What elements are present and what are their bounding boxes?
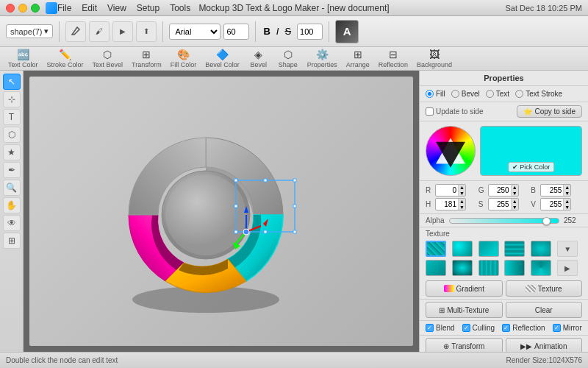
r-up[interactable]: ▲ [458,185,465,191]
texture-thumb-5[interactable] [531,241,551,257]
transform-action-button[interactable]: ⊕ Transform [426,338,503,352]
pen-tool[interactable]: ✒ [3,162,21,178]
fill-color-btn[interactable]: 🎨 Fill Color [167,47,201,70]
update-side-check[interactable]: Update to side [426,107,484,116]
pick-color-button[interactable]: ✔ Pick Color [508,162,555,172]
multi-texture-button[interactable]: ⊞ Multi-Texture [426,302,503,318]
culling-checkbox[interactable] [462,324,470,332]
stroke-color-btn[interactable]: ✏️ Stroke Color [43,47,87,70]
node-tool[interactable]: ⊹ [3,91,21,107]
texture-thumb-9[interactable] [478,260,499,276]
culling-check[interactable]: Culling [462,324,495,332]
bevel-radio[interactable]: Bevel [451,90,480,98]
texture-thumb-10[interactable] [504,260,525,276]
h-input[interactable]: 181 ▲ ▼ [435,198,466,210]
v-up[interactable]: ▲ [563,199,570,205]
bevel-color-btn[interactable]: 🔷 Bevel Color [201,47,243,70]
text-tool[interactable]: T [3,109,21,125]
blend-check[interactable]: Blend [426,324,455,332]
color-preview[interactable]: ✔ Pick Color [480,126,582,176]
texture-thumb-11[interactable] [531,260,551,276]
h-up[interactable]: ▲ [458,199,465,205]
maximize-button[interactable] [31,4,40,13]
g-up[interactable]: ▲ [511,185,518,191]
font-size-input[interactable] [223,24,249,40]
r-down[interactable]: ▼ [458,191,465,197]
s-up[interactable]: ▲ [511,199,518,205]
texture-scroll-right[interactable]: ▶ [557,260,578,276]
strikethrough-btn[interactable]: S [284,26,291,37]
reflection-btn[interactable]: ⊟ Reflection [375,47,412,70]
texture-thumb-7[interactable] [426,260,446,276]
eye-tool[interactable]: 👁 [3,215,21,231]
reflection-check[interactable]: Reflection [502,324,545,332]
b-up[interactable]: ▲ [563,185,570,191]
select-tool[interactable]: ↖ [3,74,21,90]
h-down[interactable]: ▼ [458,205,465,210]
b-field: B 255 ▲ ▼ [531,184,582,197]
update-side-checkbox[interactable] [426,107,434,116]
bevel-btn[interactable]: ◈ Bevel [245,47,273,70]
v-down[interactable]: ▼ [563,205,570,210]
texture-thumb-2[interactable] [452,241,473,257]
menu-edit[interactable]: Edit [82,3,97,13]
bold-btn[interactable]: B [263,26,270,37]
fill-radio[interactable]: Fill [426,90,445,98]
shape-btn[interactable]: ⬡ Shape [274,47,302,70]
shape-dropdown-icon[interactable]: ▾ [44,26,49,36]
properties-btn[interactable]: ⚙️ Properties [304,47,341,70]
hand-tool[interactable]: ✋ [3,197,21,213]
text-radio[interactable]: Text [486,90,509,98]
edit-text-btn[interactable] [65,21,86,42]
font-select[interactable]: Arial [169,24,220,40]
export-btn[interactable]: ⬆ [136,21,157,42]
g-input[interactable]: 250 ▲ ▼ [488,184,519,197]
minimize-button[interactable] [18,4,27,13]
texture-button[interactable]: Texture [506,280,583,297]
texture-thumb-8[interactable] [452,260,473,276]
star-tool[interactable]: ★ [3,144,21,160]
b-down[interactable]: ▼ [563,191,570,197]
s-down[interactable]: ▼ [511,205,518,210]
text-stroke-radio[interactable]: Text Stroke [515,90,562,98]
clear-button[interactable]: Clear [506,302,583,318]
v-input[interactable]: 255 ▲ ▼ [540,198,571,210]
shape-tool[interactable]: ⬡ [3,127,21,143]
background-btn[interactable]: 🖼 Background [413,47,456,70]
zoom-tool[interactable]: 🔍 [3,180,21,196]
animation-button[interactable]: ▶▶ Animation [506,338,583,352]
font-size2-input[interactable] [297,24,323,40]
menu-setup[interactable]: Setup [137,3,159,13]
italic-btn[interactable]: I [276,26,279,37]
alpha-thumb[interactable] [542,217,551,225]
b-input[interactable]: 255 ▲ ▼ [540,184,571,197]
r-input[interactable]: 0 ▲ ▼ [435,184,466,197]
mirror-check[interactable]: Mirror [553,324,582,332]
text-color-btn[interactable]: 🔤 Text Color [4,47,42,70]
arrange-btn[interactable]: ⊞ Arrange [343,47,373,70]
canvas-area[interactable] [24,71,419,352]
texture-thumb-1[interactable] [426,241,446,257]
blend-checkbox[interactable] [426,324,434,332]
texture-scroll-down[interactable]: ▼ [557,241,578,257]
transform-btn2[interactable]: ⊞ Transform [128,47,165,70]
gradient-button[interactable]: Gradient [426,280,503,297]
texture-thumb-4[interactable] [504,241,525,257]
s-input[interactable]: 255 ▲ ▼ [488,198,519,210]
shape-selector[interactable]: shape(7) ▾ [6,24,53,38]
alpha-slider[interactable] [449,218,559,224]
color-wheel[interactable] [426,126,476,176]
style-brush-btn[interactable]: 🖌 [89,21,110,42]
menu-tools[interactable]: Tools [170,3,190,13]
reflection-checkbox[interactable] [502,324,510,332]
crop-tool[interactable]: ⊞ [3,233,21,249]
play-btn[interactable]: ▶ [112,21,133,42]
g-down[interactable]: ▼ [511,191,518,197]
mirror-checkbox[interactable] [553,324,561,332]
texture-thumb-3[interactable] [478,241,499,257]
copy-to-side-button[interactable]: ⭐ Copy to side [517,105,582,118]
close-button[interactable] [6,4,15,13]
menu-file[interactable]: File [57,3,71,13]
menu-view[interactable]: View [107,3,126,13]
text-bevel-btn[interactable]: ⬡ Text Bevel [89,47,127,70]
